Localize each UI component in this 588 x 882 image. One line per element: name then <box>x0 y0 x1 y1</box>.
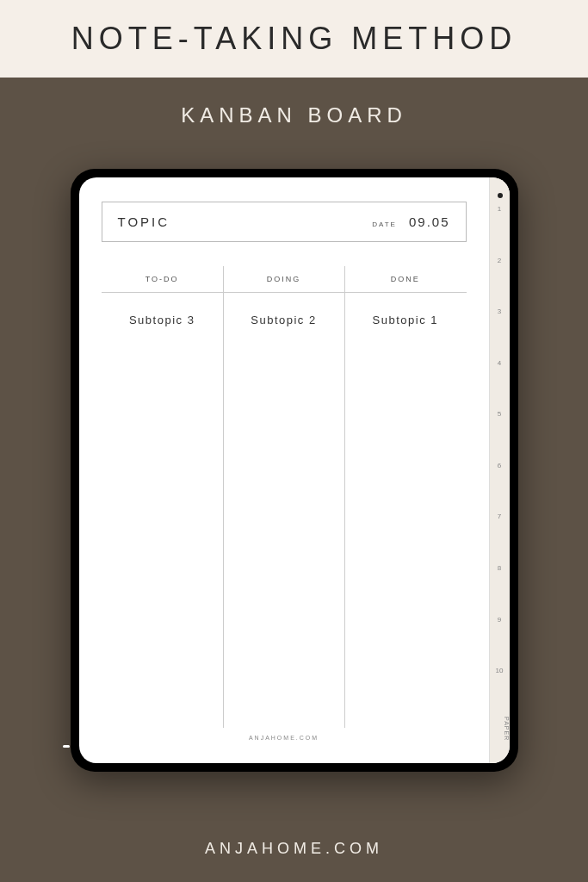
card-item[interactable]: Subtopic 2 <box>251 314 316 326</box>
column-header-doing: DOING <box>223 266 344 292</box>
tab-10[interactable]: 10 <box>490 665 510 677</box>
date-label: DATE <box>372 220 397 228</box>
date-value[interactable]: 09.05 <box>409 214 450 229</box>
tab-4[interactable]: 4 <box>490 357 510 370</box>
tab-2[interactable]: 2 <box>490 255 510 267</box>
tablet-frame: TOPIC DATE 09.05 TO-DO DOING DONE Subtop… <box>71 169 518 772</box>
tab-paper[interactable]: PAPER <box>490 717 510 742</box>
page-footer-brand: ANJAHOME.COM <box>102 728 467 748</box>
column-header-todo: TO-DO <box>102 266 223 292</box>
brand-footer: ANJAHOME.COM <box>0 840 588 858</box>
tab-8[interactable]: 8 <box>490 562 510 575</box>
subtitle-area: KANBAN BOARD <box>0 78 588 152</box>
header-band: NOTE-TAKING METHOD <box>0 0 588 78</box>
side-tabs: 1 2 3 4 5 6 7 8 9 10 PAPER <box>489 177 510 763</box>
card-item[interactable]: Subtopic 1 <box>373 314 438 326</box>
tablet-screen: TOPIC DATE 09.05 TO-DO DOING DONE Subtop… <box>79 177 510 763</box>
tab-1[interactable]: 1 <box>490 203 510 215</box>
subtitle: KANBAN BOARD <box>0 103 588 127</box>
page-title: NOTE-TAKING METHOD <box>71 21 517 57</box>
tab-5[interactable]: 5 <box>490 408 510 420</box>
stylus-tip-icon <box>63 745 70 748</box>
notebook-page: TOPIC DATE 09.05 TO-DO DOING DONE Subtop… <box>79 177 489 763</box>
tab-7[interactable]: 7 <box>490 511 510 523</box>
column-doing[interactable]: Subtopic 2 <box>223 293 344 728</box>
column-todo[interactable]: Subtopic 3 <box>102 293 223 728</box>
kanban-header-row: TO-DO DOING DONE <box>102 266 467 293</box>
topic-bar: TOPIC DATE 09.05 <box>102 202 467 242</box>
date-group: DATE 09.05 <box>372 214 449 229</box>
tab-6[interactable]: 6 <box>490 460 510 472</box>
kanban-body: Subtopic 3 Subtopic 2 Subtopic 1 <box>102 293 467 728</box>
tab-3[interactable]: 3 <box>490 306 510 318</box>
tab-9[interactable]: 9 <box>490 614 510 626</box>
column-done[interactable]: Subtopic 1 <box>344 293 466 728</box>
topic-label[interactable]: TOPIC <box>118 214 170 229</box>
card-item[interactable]: Subtopic 3 <box>129 314 195 326</box>
column-header-done: DONE <box>344 266 466 292</box>
